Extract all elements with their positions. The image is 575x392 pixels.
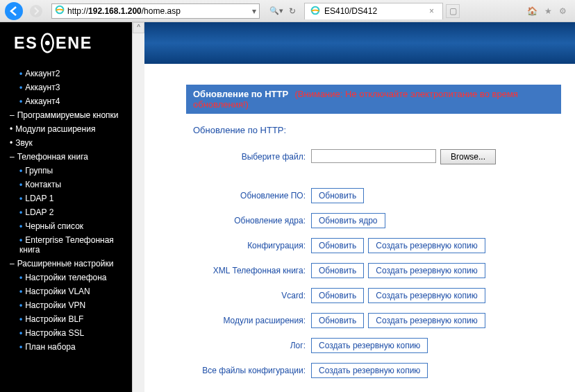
sidebar-item-label: Аккаунт3 <box>25 83 60 92</box>
ie-icon <box>310 6 320 17</box>
action-button[interactable]: Создать резервную копию <box>311 338 428 353</box>
action-button[interactable]: Обновить <box>311 263 364 278</box>
action-label: Лог: <box>193 341 311 350</box>
settings-icon[interactable]: ⚙ <box>559 6 567 16</box>
bullet-icon: • <box>19 314 22 324</box>
sidebar-item[interactable]: •Настройки BLF <box>0 312 132 326</box>
sidebar-item-label: Черный список <box>25 221 83 231</box>
sidebar-item[interactable]: –Телефонная книга <box>0 150 132 164</box>
action-label: Конфигурация: <box>193 241 311 250</box>
bullet-icon: • <box>19 221 22 231</box>
sidebar-item[interactable]: •Аккаунт4 <box>0 94 132 108</box>
action-button[interactable]: Обновить ядро <box>311 213 385 228</box>
url-dropdown-icon[interactable]: ▾ <box>252 6 256 16</box>
sidebar-item-label: Настройки VLAN <box>25 287 90 296</box>
page-body: ES ENE •Аккаунт2•Аккаунт3•Аккаунт4–Прогр… <box>0 22 575 392</box>
sidebar-item[interactable]: •Настройки VPN <box>0 298 132 312</box>
bullet-icon: • <box>19 83 22 92</box>
new-tab-button[interactable]: ▢ <box>446 4 460 18</box>
sidebar-item[interactable]: •Черный список <box>0 219 132 233</box>
sidebar-item[interactable]: •LDAP 2 <box>0 205 132 219</box>
sidebar-item-label: Аккаунт4 <box>25 96 60 106</box>
browser-chrome: http://192.168.1.200/home.asp ▾ 🔍▾ ↻ ES4… <box>0 0 575 22</box>
tab-close-icon[interactable]: × <box>426 6 437 16</box>
chrome-toolbar-icons: 🔍▾ ↻ <box>269 6 296 16</box>
action-button[interactable]: Создать резервную копию <box>311 363 428 378</box>
action-row: XML Телефонная книга:ОбновитьСоздать рез… <box>193 263 554 278</box>
favorites-icon[interactable]: ★ <box>544 6 552 16</box>
sidebar-item-label: План набора <box>25 342 75 352</box>
sidebar-item[interactable]: •Настройки телефона <box>0 271 132 284</box>
sidebar-item-label: Настройки VPN <box>25 300 85 310</box>
sidebar-item-label: Настройки BLF <box>25 314 83 324</box>
bullet-icon: • <box>19 300 22 310</box>
svg-text:ES: ES <box>14 34 38 52</box>
sidebar-item-label: Группы <box>25 166 53 176</box>
sidebar-item[interactable]: •План набора <box>0 340 132 354</box>
sidebar-item[interactable]: •Группы <box>0 164 132 178</box>
main-content: Обновление по HTTP (Внимание: Не отключа… <box>144 22 575 392</box>
action-label: Все файлы конфигурации: <box>193 366 311 375</box>
action-button[interactable]: Обновить <box>311 288 364 303</box>
browse-button[interactable]: Browse... <box>440 149 496 164</box>
sidebar-item[interactable]: •Настройка SSL <box>0 326 132 340</box>
action-button[interactable]: Обновить <box>311 238 364 253</box>
search-icon[interactable]: 🔍▾ <box>269 6 283 16</box>
section-subtitle: Обновление по HTTP: <box>193 125 554 135</box>
sidebar-item-label: Телефонная книга <box>17 152 88 162</box>
sidebar-item[interactable]: •Звук <box>0 136 132 150</box>
sidebar-item-label: Модули расширения <box>15 124 95 134</box>
back-button[interactable] <box>3 1 25 21</box>
file-path-input[interactable] <box>311 149 436 163</box>
svg-point-1 <box>30 5 42 17</box>
action-row: Обновление ядра:Обновить ядро <box>193 213 554 228</box>
action-button[interactable]: Создать резервную копию <box>368 288 485 303</box>
tab-title: ES410/DS412 <box>324 6 377 16</box>
sidebar-item[interactable]: •Аккаунт2 <box>0 67 132 80</box>
scroll-up-icon[interactable]: ^ <box>133 22 144 33</box>
sidebar-item[interactable]: •Настройки VLAN <box>0 284 132 298</box>
action-row: Все файлы конфигурации:Создать резервную… <box>193 363 554 378</box>
sidebar-nav: •Аккаунт2•Аккаунт3•Аккаунт4–Программируе… <box>0 64 132 392</box>
sidebar: ES ENE •Аккаунт2•Аккаунт3•Аккаунт4–Прогр… <box>0 22 132 392</box>
action-button[interactable]: Создать резервную копию <box>368 313 485 328</box>
action-button[interactable]: Обновить <box>311 188 364 203</box>
sidebar-item-label: Расширенные настройки <box>17 259 114 269</box>
action-label: Обновление ПО: <box>193 191 311 201</box>
sidebar-item-label: LDAP 2 <box>25 207 53 217</box>
forward-button[interactable] <box>25 1 47 21</box>
sidebar-item-label: Контакты <box>25 180 61 189</box>
sidebar-item-label: Программируемые кнопки <box>17 110 119 120</box>
browser-tab[interactable]: ES410/DS412 × <box>304 3 443 19</box>
sidebar-item[interactable]: •Контакты <box>0 178 132 191</box>
sidebar-item-label: Настройки телефона <box>25 273 106 282</box>
header-banner <box>144 22 575 64</box>
sidebar-item[interactable]: •LDAP 1 <box>0 191 132 205</box>
action-button[interactable]: Создать резервную копию <box>368 238 485 253</box>
file-select-row: Выберите файл: Browse... <box>193 149 554 164</box>
bullet-icon: • <box>19 69 22 78</box>
expand-icon: – <box>10 259 15 269</box>
action-row: Модули расширения:ОбновитьСоздать резерв… <box>193 313 554 328</box>
action-label: Обновление ядра: <box>193 216 311 225</box>
sidebar-scrollbar[interactable]: ^ <box>132 22 144 392</box>
bullet-icon: • <box>19 287 22 296</box>
sidebar-item[interactable]: –Программируемые кнопки <box>0 108 132 122</box>
action-button[interactable]: Обновить <box>311 313 364 328</box>
sidebar-item[interactable]: •Enterprise Телефонная книга <box>0 233 132 257</box>
svg-point-0 <box>5 2 23 20</box>
home-icon[interactable]: 🏠 <box>527 6 538 16</box>
address-bar[interactable]: http://192.168.1.200/home.asp ▾ <box>51 3 260 19</box>
svg-text:ENE: ENE <box>56 34 92 52</box>
sidebar-item[interactable]: –Расширенные настройки <box>0 257 132 271</box>
refresh-icon[interactable]: ↻ <box>289 6 296 16</box>
action-row: Лог:Создать резервную копию <box>193 338 554 353</box>
bullet-icon: • <box>19 235 22 245</box>
sidebar-item-label: LDAP 1 <box>25 194 53 203</box>
action-button[interactable]: Создать резервную копию <box>368 263 485 278</box>
action-row: Vcard:ОбновитьСоздать резервную копию <box>193 288 554 303</box>
sidebar-item[interactable]: •Модули расширения <box>0 122 132 136</box>
sidebar-item-label: Enterprise Телефонная книга <box>19 235 114 255</box>
expand-icon: – <box>10 152 15 162</box>
sidebar-item[interactable]: •Аккаунт3 <box>0 80 132 94</box>
